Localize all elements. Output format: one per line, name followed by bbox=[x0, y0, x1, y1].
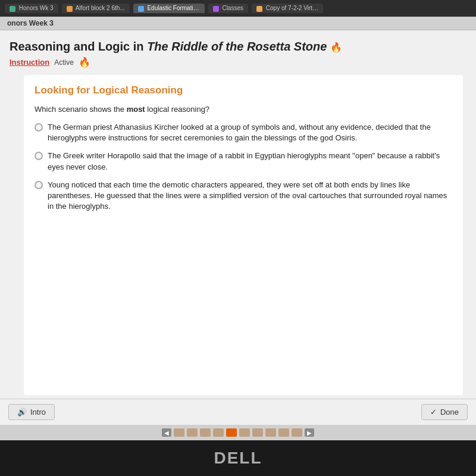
week-bar: onors Week 3 bbox=[0, 17, 476, 30]
option-item-2[interactable]: The Greek writer Horapollo said that the… bbox=[35, 151, 452, 172]
pagination-next[interactable]: ▶ bbox=[305, 428, 314, 437]
page-dot-2[interactable] bbox=[187, 428, 198, 437]
instruction-label[interactable]: Instruction bbox=[10, 58, 49, 67]
page-dot-6[interactable] bbox=[239, 428, 250, 437]
option-item-3[interactable]: Young noticed that each time the demotic… bbox=[35, 180, 452, 212]
bottom-bar: 🔊 Intro ✓ Done bbox=[0, 399, 476, 425]
pagination-bar: ◀ ▶ bbox=[0, 425, 476, 440]
tab-edulastic[interactable]: Edulastic Formativ... bbox=[133, 4, 205, 12]
speaker-icon: 🔊 bbox=[17, 408, 27, 416]
active-badge: Active bbox=[54, 58, 74, 67]
radio-btn-1[interactable] bbox=[35, 123, 43, 131]
deco-flame-icon: 🔥 bbox=[330, 42, 342, 52]
page-dot-3[interactable] bbox=[200, 428, 211, 437]
checkmark-icon: ✓ bbox=[430, 408, 437, 416]
page-dot-4[interactable] bbox=[213, 428, 224, 437]
tab-honors[interactable]: Honors Wk 3 bbox=[5, 4, 58, 12]
tab-alfort[interactable]: Alfort block 2 6th... bbox=[62, 4, 130, 12]
lesson-title: Reasoning and Logic in The Riddle of the… bbox=[10, 39, 466, 54]
browser-tab-bar: Honors Wk 3 Alfort block 2 6th... Edulas… bbox=[0, 0, 476, 17]
lesson-header: Reasoning and Logic in The Riddle of the… bbox=[0, 30, 476, 71]
dell-logo: DELL bbox=[214, 449, 262, 468]
option-item-1[interactable]: The German priest Athanasius Kircher loo… bbox=[35, 122, 452, 143]
page-dot-10[interactable] bbox=[292, 428, 302, 437]
question-text: Which scenario shows the most logical re… bbox=[35, 105, 452, 114]
main-content: Reasoning and Logic in The Riddle of the… bbox=[0, 30, 476, 440]
intro-button[interactable]: 🔊 Intro bbox=[8, 404, 55, 420]
option-text-2: The Greek writer Horapollo said that the… bbox=[48, 151, 452, 172]
dell-area: DELL bbox=[0, 440, 476, 476]
done-button[interactable]: ✓ Done bbox=[421, 404, 468, 420]
radio-btn-3[interactable] bbox=[35, 181, 43, 189]
option-text-3: Young noticed that each time the demotic… bbox=[48, 180, 452, 212]
content-card: Looking for Logical Reasoning Which scen… bbox=[24, 75, 463, 395]
card-title: Looking for Logical Reasoning bbox=[35, 84, 452, 96]
page-dot-1[interactable] bbox=[174, 428, 184, 437]
page-dot-9[interactable] bbox=[278, 428, 289, 437]
tab-classes[interactable]: Classes bbox=[208, 4, 248, 12]
lesson-meta: Instruction Active 🔥 bbox=[10, 57, 466, 68]
options-list: The German priest Athanasius Kircher loo… bbox=[35, 122, 452, 386]
deco-swirl-icon: 🔥 bbox=[79, 57, 90, 68]
page-dot-5[interactable] bbox=[226, 428, 237, 437]
option-text-1: The German priest Athanasius Kircher loo… bbox=[48, 122, 452, 143]
week-title: onors Week 3 bbox=[7, 19, 54, 27]
pagination-prev[interactable]: ◀ bbox=[162, 428, 171, 437]
tab-copy[interactable]: Copy of 7-2-2 Virtu... bbox=[252, 4, 323, 12]
page-dot-7[interactable] bbox=[252, 428, 263, 437]
radio-btn-2[interactable] bbox=[35, 152, 43, 160]
page-dot-8[interactable] bbox=[265, 428, 276, 437]
page-wrapper: onors Week 3 Reasoning and Logic in The … bbox=[0, 17, 476, 440]
